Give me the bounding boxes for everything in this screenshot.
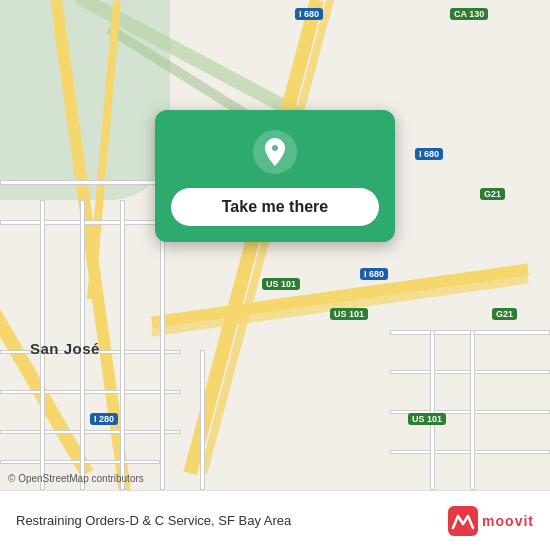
road-vr1 [430, 330, 435, 490]
moovit-logo-icon [448, 506, 478, 536]
hw-us101-2: US 101 [330, 308, 368, 320]
hw-i680-top: I 680 [295, 8, 323, 20]
road-v3 [120, 200, 125, 490]
san-jose-label: San José [30, 340, 100, 357]
location-pin-icon [253, 130, 297, 174]
road-h4 [0, 390, 180, 394]
location-title: Restraining Orders-D & C Service, SF Bay… [16, 513, 291, 528]
hw-us101-3: US 101 [408, 413, 446, 425]
hw-i680-low: I 680 [360, 268, 388, 280]
svg-rect-1 [448, 506, 478, 536]
map-attribution: © OpenStreetMap contributors [8, 473, 144, 484]
hw-i280: I 280 [90, 413, 118, 425]
road-v5 [200, 350, 205, 490]
map-view: San José I 680 CA 130 I 680 I 680 US 101… [0, 0, 550, 490]
hw-i680-mid: I 680 [415, 148, 443, 160]
hw-ca130: CA 130 [450, 8, 488, 20]
road-v4 [160, 200, 165, 490]
moovit-logo: moovit [448, 506, 534, 536]
road-h5 [0, 430, 180, 434]
moovit-text: moovit [482, 513, 534, 529]
take-me-there-button[interactable]: Take me there [171, 188, 379, 226]
hw-g21-1: G21 [480, 188, 505, 200]
bottom-bar: Restraining Orders-D & C Service, SF Bay… [0, 490, 550, 550]
hw-us101-1: US 101 [262, 278, 300, 290]
hw-g21-2: G21 [492, 308, 517, 320]
location-popup: Take me there [155, 110, 395, 242]
road-vr2 [470, 330, 475, 490]
